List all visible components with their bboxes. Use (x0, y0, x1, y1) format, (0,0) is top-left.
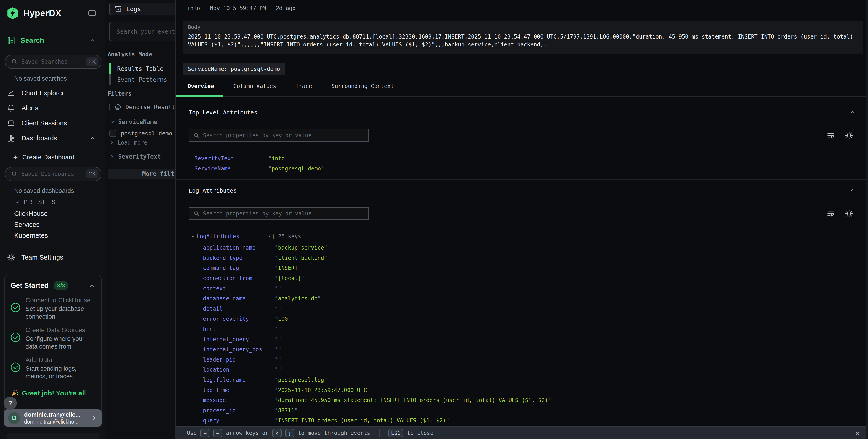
preset-kubernetes[interactable]: Kubernetes (0, 230, 105, 241)
close-icon[interactable]: × (855, 429, 860, 438)
scrollbar[interactable] (866, 0, 868, 439)
attribute-key[interactable]: application_name (203, 245, 275, 251)
attribute-key[interactable]: log.file.name (203, 377, 275, 383)
user-menu[interactable]: D dominic.tran@clic... dominic.tran@clic… (4, 409, 102, 427)
sidebar-item-chart-explorer[interactable]: Chart Explorer (0, 86, 105, 100)
attribute-key[interactable]: internal_query (203, 336, 275, 343)
attribute-row: backend_type "client backend" (189, 253, 868, 263)
chevron-up-icon[interactable] (89, 37, 96, 44)
attribute-key[interactable]: connection_from (203, 275, 275, 282)
attribute-key[interactable]: database_name (203, 295, 275, 302)
attribute-value[interactable]: "" (275, 356, 281, 363)
get-started-header[interactable]: Get Started 3/3 (10, 281, 95, 291)
get-started-step[interactable]: Connect to ClickHouse Set up your databa… (10, 296, 95, 320)
create-dashboard-label: Create Dashboard (22, 154, 74, 161)
attribute-key[interactable]: process_id (203, 407, 275, 414)
caret-down-icon[interactable]: ▾ (191, 233, 196, 239)
source-selector-button[interactable]: Logs (110, 3, 175, 15)
attribute-key[interactable]: internal_query_pos (203, 346, 275, 353)
mode-results-table[interactable]: Results Table (105, 63, 175, 74)
tab-surrounding-context[interactable]: Surrounding Context (332, 81, 394, 89)
more-filters-button[interactable]: More filters (107, 169, 175, 179)
attribute-value[interactable]: "" (275, 346, 281, 353)
collapse-sidebar-icon[interactable] (88, 9, 97, 17)
sidebar-item-client-sessions[interactable]: Client Sessions (0, 116, 105, 131)
filter-value-postgresql-demo[interactable]: postgresql-demo (110, 130, 175, 137)
preset-services[interactable]: Services (0, 219, 105, 230)
attribute-value[interactable]: "2025-11-10 23:59:47.000 UTC" (275, 387, 370, 394)
sidebar-item-alerts[interactable]: Alerts (0, 100, 105, 116)
attribute-key[interactable]: ServiceName (194, 165, 268, 172)
property-search-input[interactable]: Search properties by key or value (189, 129, 369, 142)
wrap-lines-icon[interactable] (827, 131, 835, 139)
attribute-key[interactable]: context (203, 285, 275, 292)
attribute-value[interactable]: "postgresql-demo" (268, 165, 324, 172)
attribute-value[interactable]: "client backend" (275, 255, 327, 261)
attribute-key[interactable]: error_severity (203, 316, 275, 322)
attribute-value[interactable]: "" (275, 367, 281, 373)
gear-icon[interactable] (845, 131, 854, 140)
collapse-section-icon[interactable] (849, 187, 856, 194)
checkbox[interactable] (110, 104, 110, 111)
attribute-value[interactable]: "LOG" (275, 316, 291, 322)
attribute-value[interactable]: "[local]" (275, 275, 304, 282)
load-more-button[interactable]: Load more (110, 139, 175, 146)
attribute-value[interactable]: "" (275, 285, 281, 292)
attribute-key[interactable]: detail (203, 306, 275, 312)
saved-dashboards-input[interactable]: Saved Dashboards ⌘K (5, 167, 101, 181)
sidebar-item-search[interactable]: Search (7, 36, 105, 45)
filter-group-servicename[interactable]: ServiceName (110, 118, 175, 126)
create-dashboard-button[interactable]: + Create Dashboard (13, 153, 105, 161)
attribute-value[interactable]: "88711" (275, 407, 298, 414)
property-search-input[interactable]: Search properties by key or value (189, 207, 369, 220)
attribute-value[interactable]: "" (275, 306, 281, 312)
body-text[interactable]: 2025-11-10 23:59:47.000 UTC,postgres,ana… (188, 33, 858, 49)
chevron-up-icon[interactable] (89, 135, 96, 141)
attribute-key[interactable]: location (203, 367, 275, 373)
attribute-value[interactable]: "backup_service" (275, 245, 327, 251)
tab-column-values[interactable]: Column Values (234, 81, 276, 89)
denoise-results-checkbox[interactable]: Denoise Results (110, 103, 175, 111)
sidebar-item-team-settings[interactable]: Team Settings (7, 252, 105, 263)
event-search-input[interactable]: Search your event (110, 22, 175, 41)
no-saved-searches-text: No saved searches (14, 75, 105, 82)
presets-toggle[interactable]: PRESETS (14, 198, 105, 206)
tab-overview[interactable]: Overview (188, 81, 214, 89)
chevron-up-icon[interactable] (89, 282, 95, 289)
filter-group-severitytext[interactable]: SeverityText (110, 153, 175, 160)
attribute-value[interactable]: "analytics_db" (275, 295, 321, 302)
tree-root-name[interactable]: LogAttributes (196, 233, 239, 240)
step-desc: Set up your database connection (26, 305, 95, 320)
attribute-key[interactable]: command_tag (203, 265, 275, 271)
attribute-key[interactable]: SeverityText (194, 155, 268, 162)
tab-trace[interactable]: Trace (296, 81, 312, 89)
sidebar-item-dashboards[interactable]: Dashboards (0, 131, 105, 146)
gear-icon[interactable] (845, 209, 854, 218)
checkbox[interactable] (110, 130, 116, 137)
log-attributes-tree-root[interactable]: ▾ LogAttributes {} 28 keys (189, 233, 868, 240)
section-tools (827, 209, 854, 218)
attribute-key[interactable]: log_time (203, 387, 275, 394)
preset-clickhouse[interactable]: ClickHouse (0, 208, 105, 219)
get-started-step[interactable]: Add Data Start sending logs, metrics, or… (10, 356, 95, 380)
get-started-step[interactable]: Create Data Sources Configure where your… (10, 326, 95, 350)
attribute-value[interactable]: "info" (268, 155, 288, 162)
attribute-key[interactable]: query (203, 417, 275, 424)
help-button[interactable]: ? (4, 397, 17, 410)
mode-event-patterns[interactable]: Event Patterns (105, 74, 175, 85)
collapse-section-icon[interactable] (849, 109, 856, 116)
attribute-key[interactable]: backend_type (203, 255, 275, 261)
attribute-value[interactable]: "duration: 45.950 ms statement: INSERT I… (275, 397, 551, 403)
attribute-value[interactable]: "postgresql.log" (275, 377, 327, 383)
attribute-key[interactable]: leader_pid (203, 356, 275, 363)
attribute-value[interactable]: "" (275, 336, 281, 343)
saved-searches-input[interactable]: Saved Searches ⌘K (5, 55, 101, 69)
attribute-value[interactable]: "INSERT" (275, 265, 301, 271)
attribute-value[interactable]: "INSERT INTO orders (user_id, total) VAL… (275, 417, 449, 424)
service-name-tag[interactable]: ServiceName: postgresql-demo (183, 63, 285, 75)
saved-searches-placeholder: Saved Searches (22, 59, 86, 65)
attribute-key[interactable]: hint (203, 326, 275, 332)
attribute-key[interactable]: message (203, 397, 275, 403)
attribute-value[interactable]: "" (275, 326, 281, 332)
wrap-lines-icon[interactable] (827, 210, 835, 218)
